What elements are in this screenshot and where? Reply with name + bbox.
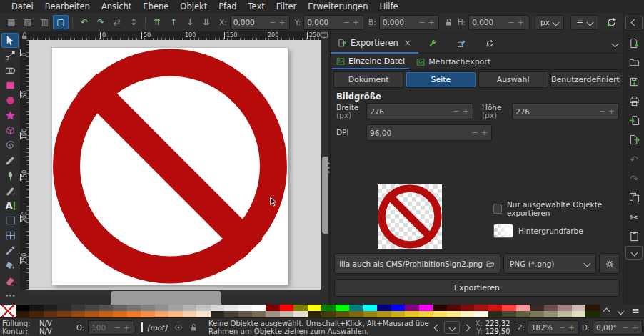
color-swatch[interactable] <box>71 311 85 317</box>
export-document-button[interactable] <box>629 130 640 149</box>
ruler-lock-icon[interactable] <box>20 31 29 40</box>
menu-datei[interactable]: Datei <box>6 1 39 12</box>
redo-button[interactable]: ↷ <box>630 169 638 188</box>
color-swatch[interactable] <box>336 305 349 311</box>
color-swatch[interactable] <box>44 305 57 311</box>
menu-ansicht[interactable]: Ansicht <box>96 1 137 12</box>
lock-ratio-icon[interactable] <box>441 15 456 29</box>
color-swatch[interactable] <box>141 311 154 317</box>
palette-menu-icon[interactable]: ≡ <box>632 307 640 315</box>
color-swatch[interactable] <box>447 305 461 311</box>
color-swatch[interactable] <box>585 305 599 311</box>
color-swatch[interactable] <box>196 311 210 317</box>
snapping-toggle[interactable] <box>603 15 619 29</box>
tab-batch-export[interactable]: Mehrfachexport <box>412 54 495 69</box>
x-field[interactable]: 0,000−+ <box>230 15 290 30</box>
collapse-commands-button[interactable] <box>625 16 643 29</box>
menu-ebene[interactable]: Ebene <box>137 1 174 12</box>
export-width-field[interactable]: 276−+ <box>366 103 473 119</box>
color-swatch[interactable] <box>266 305 279 311</box>
selection-option-3-button[interactable]: ▥ <box>36 15 52 29</box>
dpi-field[interactable]: 96,00−+ <box>366 124 492 141</box>
format-settings-button[interactable] <box>599 253 620 274</box>
color-swatch[interactable] <box>488 305 502 311</box>
pen-tool[interactable] <box>1 168 19 183</box>
color-swatch[interactable] <box>211 305 224 311</box>
import-document-button[interactable] <box>629 111 640 130</box>
color-swatch[interactable] <box>99 305 113 311</box>
area-button-benutzerdefiniert[interactable]: Benutzerdefiniert <box>550 71 620 88</box>
color-swatch[interactable] <box>474 311 488 317</box>
menu-erweiterungen[interactable]: Erweiterungen <box>302 1 373 12</box>
more-commands-button[interactable] <box>625 246 643 260</box>
menu-text[interactable]: Text <box>243 1 271 12</box>
color-swatch[interactable] <box>321 305 335 311</box>
cut-button[interactable]: ✂ <box>630 207 638 227</box>
color-swatch[interactable] <box>238 305 252 311</box>
lower-step-button[interactable]: ↓ <box>182 15 198 29</box>
y-field[interactable]: 0,000−+ <box>303 15 363 30</box>
layer-visibility-icon[interactable] <box>174 323 183 332</box>
color-swatch[interactable] <box>211 311 224 317</box>
area-button-seite[interactable]: Seite <box>406 71 476 88</box>
color-swatch[interactable] <box>113 311 126 317</box>
more-tools[interactable] <box>1 288 19 303</box>
rotation-field[interactable]: 0,00°−+ <box>593 320 643 335</box>
color-swatch[interactable] <box>224 305 238 311</box>
color-swatch[interactable] <box>433 311 446 317</box>
color-swatch[interactable] <box>113 305 126 311</box>
box3d-tool[interactable] <box>1 123 19 138</box>
color-swatch[interactable] <box>155 311 168 317</box>
color-swatch[interactable] <box>168 305 182 311</box>
color-swatch[interactable] <box>558 305 571 311</box>
color-swatch[interactable] <box>196 305 210 311</box>
color-swatch[interactable] <box>141 305 154 311</box>
color-swatch[interactable] <box>168 311 182 317</box>
menu-hilfe[interactable]: Hilfe <box>373 1 403 12</box>
menu-objekt[interactable]: Objekt <box>174 1 213 12</box>
color-swatch[interactable] <box>447 311 461 317</box>
lower-to-bottom-button[interactable]: ⇊ <box>198 15 214 29</box>
toolbar-options-menu[interactable]: ≡ <box>570 15 598 30</box>
vertical-ruler[interactable]: 050100150200250 <box>20 40 29 290</box>
open-document-button[interactable] <box>629 53 640 72</box>
color-swatch[interactable] <box>127 311 141 317</box>
color-swatch[interactable] <box>349 305 363 311</box>
flip-horizontal-button[interactable]: ⇄ <box>109 15 125 29</box>
color-swatch[interactable] <box>488 311 502 317</box>
color-swatch[interactable] <box>391 311 405 317</box>
color-swatch[interactable] <box>461 305 474 311</box>
color-swatch[interactable] <box>293 311 307 317</box>
color-swatch[interactable] <box>336 311 349 317</box>
color-swatch[interactable] <box>127 305 141 311</box>
history-dialog-tab[interactable] <box>476 35 504 52</box>
star-tool[interactable] <box>1 108 19 123</box>
color-swatch[interactable] <box>419 305 433 311</box>
palette-scroll-up[interactable] <box>603 307 610 315</box>
stroke-value[interactable]: N/V <box>39 327 68 335</box>
color-swatch[interactable] <box>544 305 558 311</box>
color-swatch[interactable] <box>558 311 571 317</box>
area-button-auswahl[interactable]: Auswahl <box>478 71 548 88</box>
background-color-swatch[interactable] <box>493 224 513 238</box>
filename-input[interactable]: n halt nur noch Hubzilla auch als CMS/Pr… <box>334 253 500 274</box>
color-swatch[interactable] <box>71 305 85 311</box>
color-swatch[interactable] <box>252 311 266 317</box>
color-swatch[interactable] <box>57 311 71 317</box>
selection-option-4-button[interactable]: ▢ <box>53 15 69 29</box>
gradient-tool[interactable] <box>1 213 19 228</box>
menu-bearbeiten[interactable]: Bearbeiten <box>39 1 96 12</box>
color-swatch[interactable] <box>474 305 488 311</box>
color-swatch[interactable] <box>85 311 99 317</box>
spiral-tool[interactable] <box>1 138 19 153</box>
only-selected-checkbox[interactable] <box>493 204 502 214</box>
area-button-dokument[interactable]: Dokument <box>333 71 403 88</box>
eraser-tool[interactable] <box>1 273 19 288</box>
color-swatch[interactable] <box>99 311 113 317</box>
color-swatch[interactable] <box>419 311 433 317</box>
text-tool[interactable]: A <box>1 198 19 213</box>
save-document-button[interactable] <box>629 72 640 92</box>
color-swatch[interactable] <box>516 305 530 311</box>
color-swatch[interactable] <box>377 311 391 317</box>
flip-vertical-button[interactable]: ↕ <box>126 15 141 29</box>
